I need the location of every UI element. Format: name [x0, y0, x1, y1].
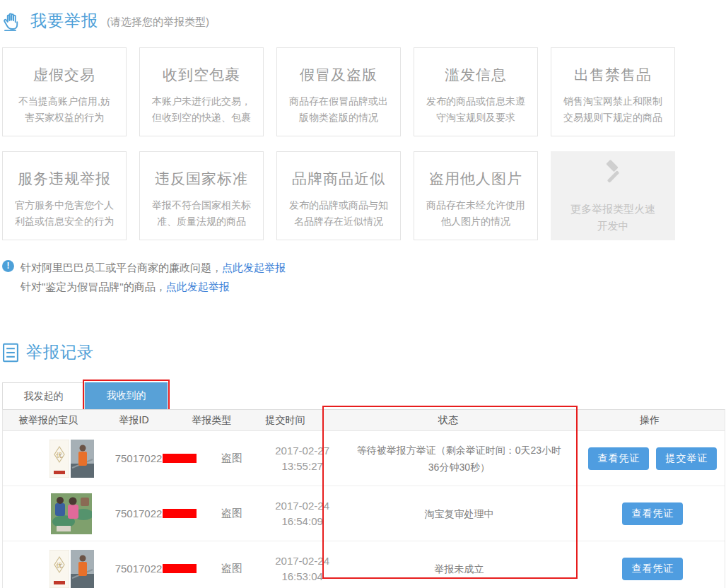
more-card-label: 更多举报类型火速开发中 [570, 201, 655, 235]
card-title: 违反国家标准 [140, 169, 263, 189]
report-status: 淘宝复审处理中 [337, 505, 581, 522]
counterfeit-report-link[interactable]: 点此发起举报 [166, 281, 230, 293]
report-type: 盗图 [197, 452, 268, 465]
submit-date: 2017-02-27 [275, 443, 329, 459]
gavel-icon [597, 157, 628, 191]
notice-text: 针对"鉴定为假冒品牌"的商品， [21, 281, 166, 293]
report-status: 举报未成立 [337, 560, 581, 577]
redaction-bar [163, 454, 196, 463]
col-header-item: 被举报的宝贝 [3, 410, 93, 431]
submit-clock: 16:54:09 [281, 514, 322, 529]
card-title: 滥发信息 [414, 65, 537, 85]
submit-date: 2017-02-24 [275, 553, 329, 569]
report-item-thumbnail[interactable] [28, 493, 115, 534]
col-header-type: 举报类型 [175, 410, 249, 431]
card-title: 服务违规举报 [3, 169, 126, 189]
info-icon: ! [2, 260, 14, 272]
view-evidence-button[interactable]: 查看凭证 [622, 502, 683, 525]
card-desc: 发布的商品或信息未遵守淘宝规则及要求 [426, 93, 526, 126]
card-empty-package[interactable]: 收到空包裹 本账户未进行此交易，但收到空的快递、包裹 [139, 47, 264, 136]
actions-cell: 查看凭证 提交举证 [581, 447, 725, 470]
tab-reports-i-filed[interactable]: 我发起的 [2, 382, 85, 409]
redaction-bar [163, 509, 196, 518]
col-header-status: 状态 [322, 410, 575, 431]
card-title: 出售禁售品 [551, 65, 674, 85]
submit-time: 2017-02-24 16:53:04 [267, 553, 337, 584]
page-subtitle: (请选择您的举报类型) [107, 13, 209, 29]
card-fake-transaction[interactable]: 虚假交易 不当提高账户信用,妨害买家权益的行为 [2, 47, 127, 136]
records-tabs: 我发起的 我收到的 [2, 382, 725, 409]
table-header-row: 被举报的宝贝 举报ID 举报类型 提交时间 状态 操作 [3, 410, 725, 431]
card-desc: 官方服务中危害您个人利益或信息安全的行为 [14, 197, 115, 230]
card-title: 品牌商品近似 [277, 169, 400, 189]
report-type-grid: 虚假交易 不当提高账户信用,妨害买家权益的行为 收到空包裹 本账户未进行此交易，… [2, 47, 726, 240]
actions-cell: 查看凭证 [581, 558, 725, 580]
card-spam-info[interactable]: 滥发信息 发布的商品或信息未遵守淘宝规则及要求 [414, 47, 538, 136]
tab-reports-i-received[interactable]: 我收到的 [85, 382, 168, 409]
page-title: 我要举报 [30, 10, 98, 32]
submit-time: 2017-02-24 16:54:09 [267, 498, 337, 529]
report-item-thumbnail[interactable]: 优 [28, 440, 115, 478]
svg-text:优: 优 [55, 452, 62, 459]
card-brand-similarity[interactable]: 品牌商品近似 发布的品牌或商品与知名品牌存在近似情况 [276, 151, 401, 240]
card-desc: 销售淘宝网禁止和限制交易规则下规定的商品 [563, 93, 663, 126]
report-id: 75017022 [115, 507, 163, 519]
actions-cell: 查看凭证 [581, 502, 725, 525]
submit-clock: 13:55:27 [281, 459, 322, 474]
card-desc: 商品存在未经允许使用他人图片的情况 [426, 197, 526, 230]
report-page: 我要举报 (请选择您的举报类型) 虚假交易 不当提高账户信用,妨害买家权益的行为… [0, 0, 726, 588]
card-desc: 不当提高账户信用,妨害买家权益的行为 [14, 93, 115, 126]
records-table: 被举报的宝贝 举报ID 举报类型 提交时间 状态 操作 优 [2, 409, 725, 588]
report-section-header: 我要举报 (请选择您的举报类型) [2, 10, 726, 32]
submit-time: 2017-02-27 13:55:27 [267, 443, 337, 474]
report-type: 盗图 [197, 562, 268, 575]
document-icon [2, 343, 19, 363]
card-desc: 本账户未进行此交易，但收到空的快递、包裹 [151, 93, 252, 126]
view-evidence-button[interactable]: 查看凭证 [588, 447, 649, 470]
report-id-cell: 75017022 [115, 452, 197, 464]
notice-text: 针对阿里巴巴员工或平台商家的廉政问题， [21, 261, 222, 274]
table-row: 75017022 盗图 2017-02-24 16:54:09 淘宝复审处理中 … [3, 486, 725, 541]
card-title: 假冒及盗版 [277, 65, 400, 85]
card-title: 收到空包裹 [140, 65, 263, 85]
card-desc: 举报不符合国家相关标准、质量法规的商品 [151, 197, 252, 230]
col-header-id: 举报ID [93, 410, 175, 431]
card-stolen-images[interactable]: 盗用他人图片 商品存在未经允许使用他人图片的情况 [414, 151, 538, 240]
table-row: 优 75017022 盗图 2017-02-24 16:53:04 举报 [3, 541, 725, 588]
svg-text:优: 优 [55, 562, 62, 569]
records-section-header: 举报记录 [2, 341, 726, 363]
report-id: 75017022 [115, 563, 163, 575]
report-id: 75017022 [115, 452, 163, 464]
integrity-report-link[interactable]: 点此发起举报 [222, 261, 286, 274]
card-prohibited-goods[interactable]: 出售禁售品 销售淘宝网禁止和限制交易规则下规定的商品 [551, 47, 675, 136]
notice-line: 针对"鉴定为假冒品牌"的商品，点此发起举报 [21, 277, 286, 296]
card-more-coming-soon: 更多举报类型火速开发中 [551, 151, 675, 240]
view-evidence-button[interactable]: 查看凭证 [622, 558, 683, 580]
card-desc: 发布的品牌或商品与知名品牌存在近似情况 [288, 197, 389, 230]
card-service-violation[interactable]: 服务违规举报 官方服务中危害您个人利益或信息安全的行为 [2, 151, 127, 240]
report-type: 盗图 [197, 507, 268, 520]
report-id-cell: 75017022 [115, 563, 197, 575]
redaction-bar [163, 564, 196, 573]
submit-evidence-button[interactable]: 提交举证 [656, 447, 717, 470]
card-desc: 商品存在假冒品牌或出版物类盗版的情况 [288, 93, 389, 126]
card-counterfeit-piracy[interactable]: 假冒及盗版 商品存在假冒品牌或出版物类盗版的情况 [276, 47, 401, 136]
records-title: 举报记录 [26, 341, 94, 363]
report-status: 等待被举报方举证（剩余举证时间：0天23小时36分钟30秒） [337, 442, 581, 476]
col-header-time: 提交时间 [249, 410, 322, 431]
card-title: 盗用他人图片 [414, 169, 537, 189]
notice-line: 针对阿里巴巴员工或平台商家的廉政问题，点此发起举报 [21, 258, 286, 277]
card-national-standard[interactable]: 违反国家标准 举报不符合国家相关标准、质量法规的商品 [139, 151, 264, 240]
raised-hand-icon [2, 11, 23, 32]
report-id-cell: 75017022 [115, 507, 197, 519]
notice-block: ! 针对阿里巴巴员工或平台商家的廉政问题，点此发起举报 针对"鉴定为假冒品牌"的… [2, 258, 726, 296]
table-row: 优 75017022 盗图 2017-02-27 13:55:27 等待 [3, 431, 725, 486]
submit-date: 2017-02-24 [275, 498, 329, 514]
report-item-thumbnail[interactable]: 优 [28, 550, 115, 588]
card-title: 虚假交易 [3, 65, 126, 85]
col-header-action: 操作 [575, 410, 725, 431]
submit-clock: 16:53:04 [281, 569, 322, 584]
